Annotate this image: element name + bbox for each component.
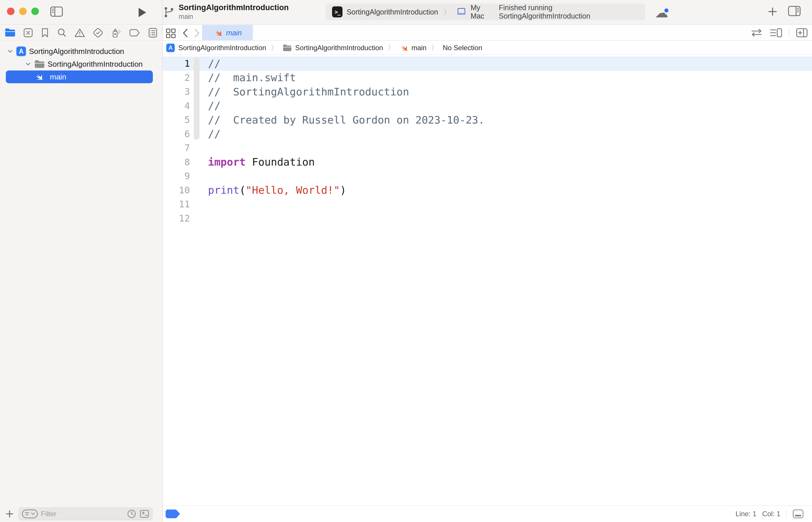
app-project-icon: A [16, 46, 26, 56]
code-line[interactable]: 4// [163, 99, 812, 113]
swift-file-icon [213, 28, 222, 37]
toggle-debug-area-icon[interactable] [792, 509, 804, 519]
report-navigator-icon[interactable] [148, 27, 158, 38]
code-fold-ribbon[interactable] [194, 57, 200, 140]
code-line[interactable]: 10print("Hello, World!") [163, 183, 812, 198]
code-line[interactable]: 1// [163, 57, 812, 71]
line-number[interactable]: 4 [163, 100, 190, 112]
line-number[interactable]: 10 [163, 185, 190, 196]
editor-tab-main[interactable]: main [202, 25, 253, 41]
code-text: // Created by Russell Gordon on 2023-10-… [190, 114, 485, 126]
code-line[interactable]: 12 [163, 212, 812, 226]
library-add-button[interactable] [766, 5, 779, 18]
tree-item-group[interactable]: SortingAlgorithmIntroduction [0, 58, 162, 71]
scheme-name[interactable]: SortingAlgorithmIntroduction [347, 8, 438, 16]
scheme-destination-bar[interactable]: >_ SortingAlgorithmIntroduction 〉 My Mac… [326, 3, 645, 20]
tab-bar-divider [179, 28, 179, 37]
tree-item-label: SortingAlgorithmIntroduction [29, 47, 124, 56]
editor-options-icon[interactable] [769, 27, 783, 38]
add-item-icon[interactable] [5, 509, 15, 519]
file-tree: A SortingAlgorithmIntroduction SortingAl… [0, 41, 162, 83]
code-text: // main.swift [190, 72, 296, 83]
breakpoint-navigator-icon[interactable] [129, 29, 141, 37]
test-navigator-icon[interactable] [93, 27, 103, 38]
filter-input[interactable]: Filter [19, 507, 153, 520]
find-navigator-icon[interactable] [57, 27, 67, 38]
line-number[interactable]: 2 [163, 72, 190, 83]
run-destination[interactable]: My Mac [471, 3, 495, 20]
run-button[interactable] [138, 7, 147, 18]
code-line[interactable]: 8import Foundation [163, 155, 812, 169]
code-review-icon[interactable] [750, 28, 763, 37]
active-scheme-summary[interactable]: SortingAlgorithmIntroduction main [163, 3, 288, 21]
xcode-window: SortingAlgorithmIntroduction main >_ Sor… [0, 0, 812, 522]
code-line[interactable]: 6// [163, 127, 812, 141]
issue-navigator-icon[interactable] [74, 28, 85, 38]
editor-tab-bar: main [163, 25, 812, 41]
navigator-filter-bar: Filter [0, 505, 162, 522]
debug-navigator-icon[interactable] [111, 27, 122, 38]
close-window-button[interactable] [7, 7, 15, 15]
cloud-sync-status[interactable]: ☁ [655, 7, 671, 19]
source-control-filter-icon[interactable] [140, 509, 149, 518]
breadcrumb-separator: 〉 [270, 43, 279, 53]
breakpoints-toggle-icon[interactable] [166, 509, 180, 518]
editor-controls [750, 25, 808, 41]
sidebar-editor-divider[interactable] [162, 0, 163, 522]
source-control-navigator-icon[interactable] [23, 27, 33, 38]
code-line[interactable]: 3// SortingAlgorithmIntroduction [163, 85, 812, 99]
code-line[interactable]: 5// Created by Russell Gordon on 2023-10… [163, 113, 812, 127]
go-forward-icon[interactable] [194, 28, 200, 38]
breadcrumb-separator: 〉 [430, 43, 439, 53]
line-number[interactable]: 11 [163, 199, 190, 210]
project-title: SortingAlgorithmIntroduction [179, 3, 288, 13]
code-line[interactable]: 7 [163, 141, 812, 155]
line-number[interactable]: 9 [163, 170, 190, 182]
line-number[interactable]: 6 [163, 128, 190, 140]
cloud-status-dot [664, 7, 669, 13]
code-text: print("Hello, World!") [190, 184, 346, 196]
line-number[interactable]: 8 [163, 157, 190, 168]
branch-icon [163, 5, 175, 18]
folder-icon [34, 60, 45, 68]
code-line[interactable]: 11 [163, 197, 812, 212]
filter-menu-icon[interactable] [22, 509, 38, 519]
project-navigator: A SortingAlgorithmIntroduction SortingAl… [0, 41, 162, 505]
line-number[interactable]: 3 [163, 86, 190, 97]
tree-item-project[interactable]: A SortingAlgorithmIntroduction [0, 45, 162, 58]
go-back-icon[interactable] [182, 28, 189, 38]
line-number[interactable]: 5 [163, 114, 190, 125]
code-line[interactable]: 2// main.swift [163, 71, 812, 85]
related-items-icon[interactable] [165, 27, 177, 39]
bookmark-navigator-icon[interactable] [41, 27, 49, 38]
breadcrumb-project[interactable]: SortingAlgorithmIntroduction [178, 44, 266, 52]
line-number[interactable]: 1 [163, 58, 190, 69]
line-number[interactable]: 7 [163, 142, 190, 154]
editor-bottom-bar: Line: 1 Col: 1 [163, 505, 812, 522]
code-lines: 1//2// main.swift3// SortingAlgorithmInt… [163, 55, 812, 225]
swift-file-icon [399, 44, 408, 52]
minimize-window-button[interactable] [19, 7, 27, 15]
disclosure-chevron-icon[interactable] [25, 61, 31, 67]
project-navigator-icon[interactable] [5, 28, 16, 38]
status-divider [786, 509, 787, 518]
source-editor[interactable]: 1//2// main.swift3// SortingAlgorithmInt… [163, 55, 812, 505]
navigator-selector-bar [0, 25, 162, 41]
disclosure-chevron-icon[interactable] [7, 48, 13, 55]
line-number[interactable]: 12 [163, 213, 190, 224]
zoom-window-button[interactable] [31, 7, 39, 15]
recent-files-clock-icon[interactable] [127, 509, 137, 519]
breadcrumb-group[interactable]: SortingAlgorithmIntroduction [295, 44, 383, 52]
toolbar: SortingAlgorithmIntroduction main >_ Sor… [0, 0, 812, 25]
toggle-navigator-sidebar-button[interactable] [50, 6, 63, 17]
add-editor-icon[interactable] [796, 27, 808, 38]
command-line-target-icon: >_ [332, 6, 343, 17]
tree-item-main-swift[interactable]: main [6, 71, 153, 83]
laptop-icon [456, 7, 467, 16]
breadcrumb-file[interactable]: main [411, 44, 427, 52]
app-project-icon: A [166, 43, 175, 52]
toggle-inspector-sidebar-button[interactable] [788, 5, 801, 17]
breadcrumb-selection[interactable]: No Selection [443, 44, 482, 52]
activity-status-text: Finished running SortingAlgorithmIntrodu… [499, 3, 639, 20]
code-line[interactable]: 9 [163, 169, 812, 183]
